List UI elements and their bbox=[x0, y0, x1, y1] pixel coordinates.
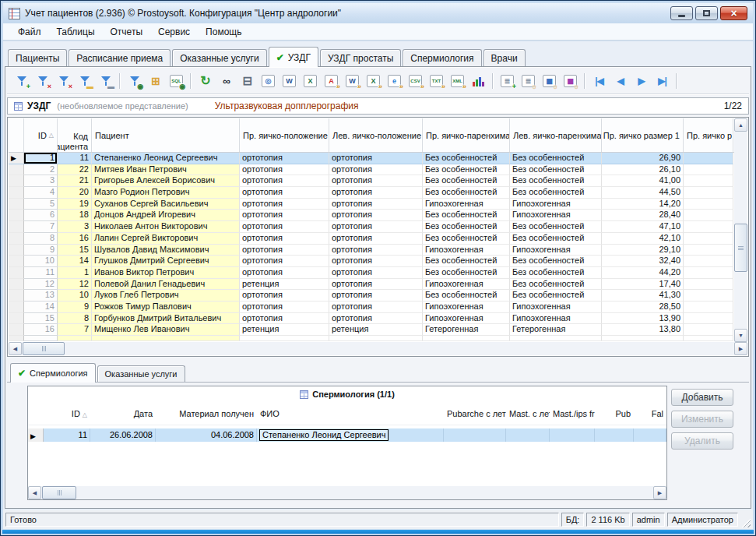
cell-name[interactable]: Полевой Данил Генадьевич bbox=[92, 279, 240, 291]
main-table-row[interactable]: 111Иванов Виктор Петровичортотопияортото… bbox=[9, 267, 734, 279]
tab-spermiology[interactable]: Спермиология bbox=[403, 49, 481, 66]
cell-pr_pos[interactable]: ортотопия bbox=[240, 221, 329, 233]
column-header-pr_par[interactable]: Пр. яичко-паренхима bbox=[423, 118, 510, 152]
cell-lev_par[interactable]: Без особенностей bbox=[510, 175, 602, 187]
view-properties-icon[interactable]: ▦☼ bbox=[561, 72, 580, 90]
vertical-scrollbar[interactable] bbox=[734, 118, 747, 342]
cell-lev_pos[interactable]: ортотопия bbox=[329, 210, 423, 221]
cell-pr_par[interactable]: Без особенностей bbox=[423, 210, 510, 221]
cell-pr_pos[interactable]: ортотопия bbox=[240, 256, 329, 267]
horizontal-scrollbar[interactable] bbox=[9, 342, 747, 355]
tab-uzdg[interactable]: ✔УЗДГ bbox=[269, 47, 318, 67]
column-header-sel[interactable] bbox=[9, 118, 24, 152]
nav-prev-icon[interactable]: ◀ bbox=[610, 72, 630, 90]
column-header-mast[interactable]: Mast. с лет bbox=[506, 409, 550, 418]
tab-doctors[interactable]: Врачи bbox=[483, 49, 526, 66]
add-button[interactable]: Добавить bbox=[671, 389, 733, 406]
cell-next[interactable] bbox=[684, 164, 733, 176]
filter-open-icon[interactable]: ▬ bbox=[75, 72, 94, 90]
cell-pr_par[interactable]: Гипоэхогенная bbox=[423, 279, 510, 291]
cell-id[interactable]: 13 bbox=[24, 290, 58, 302]
cell-next[interactable] bbox=[684, 256, 733, 267]
cell-lev_par[interactable]: Без особенностей bbox=[510, 153, 602, 164]
cell-next[interactable] bbox=[684, 153, 733, 164]
cell-code[interactable]: 16 bbox=[58, 233, 92, 245]
cell-name[interactable]: Мазго Родион Петрович bbox=[92, 187, 240, 199]
row-selector[interactable] bbox=[9, 279, 24, 291]
main-table-row[interactable]: 73Николаев Антон Викторовичортотопияорто… bbox=[9, 221, 734, 233]
cell-next[interactable] bbox=[684, 245, 733, 256]
cell-pr_pos[interactable]: ортотопия bbox=[240, 313, 329, 325]
cell-lev_pos[interactable]: ортотопия bbox=[329, 187, 423, 199]
cell-lev_par[interactable]: Гипоэхогенная bbox=[510, 210, 602, 221]
edit-record-icon[interactable]: ≣☼ bbox=[519, 72, 538, 90]
focused-cell[interactable]: Степаненко Леонид Сергеевич bbox=[259, 429, 389, 441]
cell-code[interactable]: 14 bbox=[58, 256, 92, 267]
cell-code[interactable]: 9 bbox=[58, 302, 92, 313]
row-selector[interactable] bbox=[9, 153, 24, 164]
cell-code[interactable]: 22 bbox=[58, 164, 92, 176]
column-header-fio[interactable]: ФИО bbox=[257, 409, 444, 418]
cell-pr_pos[interactable]: ортотопия bbox=[240, 199, 329, 210]
close-button[interactable] bbox=[720, 6, 747, 20]
column-header-name[interactable]: Пациент bbox=[92, 118, 240, 152]
row-selector[interactable] bbox=[9, 313, 24, 325]
cell-size1[interactable]: 32,40 bbox=[602, 256, 684, 267]
main-table-row[interactable]: 1310Луков Глеб Петровичортотопияортотопи… bbox=[9, 290, 734, 302]
cell-size1[interactable]: 13,80 bbox=[602, 324, 684, 336]
tab-uzdg-prostate[interactable]: УЗДГ простаты bbox=[320, 49, 401, 66]
export-word-icon[interactable]: W» bbox=[343, 72, 362, 90]
cell-size1[interactable]: 13,90 bbox=[602, 313, 684, 325]
column-header-id[interactable]: ID bbox=[44, 409, 90, 418]
filter-add-icon[interactable]: + bbox=[12, 72, 31, 90]
menu-item-help[interactable]: Помощь bbox=[198, 25, 249, 39]
row-selector[interactable] bbox=[9, 267, 24, 279]
cell-pr_par[interactable]: Без особенностей bbox=[423, 290, 510, 302]
cell-pr_par[interactable]: Без особенностей bbox=[423, 153, 510, 164]
filter-delete-icon[interactable]: × bbox=[33, 72, 52, 90]
row-selector[interactable] bbox=[28, 428, 44, 442]
maximize-button[interactable] bbox=[695, 6, 718, 20]
cell-id[interactable]: 8 bbox=[24, 233, 58, 245]
row-selector[interactable] bbox=[9, 324, 24, 336]
main-table-row[interactable]: 519Суханов Сергей Васильевичортотопияорт… bbox=[9, 199, 734, 210]
cell-pr_pos[interactable]: ретенция bbox=[240, 324, 329, 336]
cell-pr_par[interactable]: Без особенностей bbox=[423, 187, 510, 199]
scroll-up-button[interactable] bbox=[734, 118, 747, 132]
cell-name[interactable]: Иванов Виктор Петрович bbox=[92, 267, 240, 279]
column-header-lev_pos[interactable]: Лев. яичко-положение bbox=[329, 118, 423, 152]
tab-schedule[interactable]: Расписание приема bbox=[69, 49, 171, 66]
cell-size1[interactable]: 41,00 bbox=[602, 175, 684, 187]
nav-next-icon[interactable]: ▶ bbox=[631, 72, 651, 90]
cell-id[interactable]: 6 bbox=[24, 210, 58, 221]
print-preview-icon[interactable]: ◎ bbox=[258, 72, 278, 90]
cell-lev_pos[interactable]: ортотопия bbox=[329, 153, 423, 164]
cell-size1[interactable]: 29,10 bbox=[602, 245, 684, 256]
cell-next[interactable] bbox=[684, 199, 733, 210]
cell-pub[interactable] bbox=[595, 428, 634, 442]
cell-lev_pos[interactable]: ортотопия bbox=[329, 290, 423, 302]
column-header-id[interactable]: ID bbox=[24, 118, 58, 152]
cell-size1[interactable]: 42,10 bbox=[602, 233, 684, 245]
row-selector[interactable] bbox=[9, 175, 24, 187]
menu-item-file[interactable]: Файл bbox=[10, 25, 49, 39]
row-selector[interactable] bbox=[9, 187, 24, 199]
cell-name[interactable]: Донцов Андрей Игоревич bbox=[92, 210, 240, 221]
cell-name[interactable]: Степаненко Леонид Сергеевич bbox=[92, 153, 240, 164]
main-table-row[interactable]: 111Степаненко Леонид Сергеевичортотопияо… bbox=[9, 153, 734, 164]
cell-id[interactable]: 2 bbox=[24, 164, 58, 176]
cell-pr_par[interactable]: Без особенностей bbox=[423, 221, 510, 233]
cell-size1[interactable]: 17,40 bbox=[602, 279, 684, 291]
cell-next[interactable] bbox=[684, 210, 733, 221]
export-csv-icon[interactable]: CSV» bbox=[406, 72, 425, 90]
cell-id[interactable]: 11 bbox=[24, 267, 58, 279]
cell-lev_par[interactable]: Гипоэхогенная bbox=[510, 302, 602, 313]
cell-lev_par[interactable]: Без особенностей bbox=[510, 233, 602, 245]
cell-name[interactable]: Горбунков Дмитрий Витальевич bbox=[92, 313, 240, 325]
scroll-right-button[interactable] bbox=[734, 342, 747, 355]
cell-size1[interactable]: 26,90 bbox=[602, 153, 684, 164]
cell-next[interactable] bbox=[684, 313, 733, 325]
cell-id[interactable]: 10 bbox=[24, 256, 58, 267]
column-header-fal[interactable]: Fal bbox=[634, 409, 666, 418]
cell-name[interactable]: Луков Глеб Петрович bbox=[92, 290, 240, 302]
